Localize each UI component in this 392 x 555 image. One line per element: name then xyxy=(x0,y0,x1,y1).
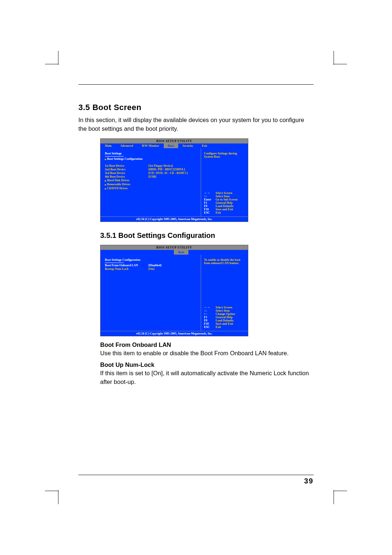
bios-footer: v02.54 (C) Copyright 1985-2005, American… xyxy=(101,331,248,336)
bios-help-pane: To enable or disable the boot from onboa… xyxy=(201,255,248,331)
page-content: 3.5 Boot Screen In this section, it will… xyxy=(78,84,314,475)
bios-panel-boot: BIOS SETUP UTILITY Main Advanced H/W Mon… xyxy=(100,138,248,222)
row-4th-boot[interactable]: 4th Boot Device [USB] xyxy=(105,175,198,178)
help-top: Configure Settings during System Boot. xyxy=(204,152,246,158)
bios-section: Boot Settings xyxy=(105,152,198,155)
tab-boot[interactable]: Boot xyxy=(164,143,178,148)
subsection-heading: 3.5.1 Boot Settings Configuration xyxy=(100,231,314,240)
tab-exit[interactable]: Exit xyxy=(197,143,212,148)
tab-boot[interactable]: Boot xyxy=(174,250,188,255)
option-desc-lan: Use this item to enable or disable the B… xyxy=(100,349,314,358)
tab-advanced[interactable]: Advanced xyxy=(116,143,138,148)
bios-tabs: Main Advanced H/W Monitor Boot Security … xyxy=(101,143,248,148)
bios-title: BIOS SETUP UTILITY xyxy=(101,139,248,143)
bios-footer: v02.54 (C) Copyright 1985-2005, American… xyxy=(101,216,248,222)
option-heading-lan: Boot From Onboard LAN xyxy=(100,341,314,348)
bios-left-pane: Boot Settings Configuration Boot From On… xyxy=(101,255,201,331)
bios-section: Boot Settings Configuration xyxy=(105,258,198,262)
submenu-removable[interactable]: Removable Drives xyxy=(105,183,198,186)
row-boot-from-lan[interactable]: Boot From Onboard LAN [Disabled] xyxy=(105,264,198,267)
option-heading-numlock: Boot Up Num-Lock xyxy=(100,361,314,368)
row-2nd-boot[interactable]: 2nd Boot Device [HDD: PM - HDS722580VL] xyxy=(105,168,198,171)
bios-tabs: Boot xyxy=(101,250,248,255)
help-key-list: ←→Select Screen ↑↓Select Item EnterGo to… xyxy=(204,191,246,214)
section-intro: In this section, it will display the ava… xyxy=(78,116,314,133)
bios-help-pane: Configure Settings during System Boot. ←… xyxy=(201,148,248,216)
bios-panel-boot-settings-config: BIOS SETUP UTILITY Boot Boot Settings Co… xyxy=(100,245,248,336)
submenu-cddvd[interactable]: CD/DVD Drives xyxy=(105,187,198,190)
help-top: To enable or disable the boot from onboa… xyxy=(204,258,246,265)
option-desc-numlock: If this item is set to [On], it will aut… xyxy=(100,369,314,386)
row-bootup-numlock[interactable]: Bootup Num-Lock [On] xyxy=(105,267,198,271)
help-key-list: ←→Select Screen ↑↓Select Item + -Change … xyxy=(204,306,246,329)
submenu-hdd[interactable]: Hard Disk Drives xyxy=(105,179,198,182)
tab-security[interactable]: Security xyxy=(178,143,197,148)
bios-title: BIOS SETUP UTILITY xyxy=(101,245,248,250)
tab-main[interactable]: Main xyxy=(101,143,116,148)
tab-hwmonitor[interactable]: H/W Monitor xyxy=(138,143,164,148)
submenu-boot-settings-config[interactable]: Boot Settings Configuration xyxy=(105,157,198,161)
row-3rd-boot[interactable]: 3rd Boot Device [CD / DVD: 3S - CD - ROM… xyxy=(105,171,198,175)
section-heading: 3.5 Boot Screen xyxy=(78,103,314,112)
bios-left-pane: Boot Settings Boot Settings Configuratio… xyxy=(101,148,201,216)
page-number: 39 xyxy=(304,477,314,485)
row-1st-boot[interactable]: 1st Boot Device [1st Floppy Device] xyxy=(105,164,198,167)
